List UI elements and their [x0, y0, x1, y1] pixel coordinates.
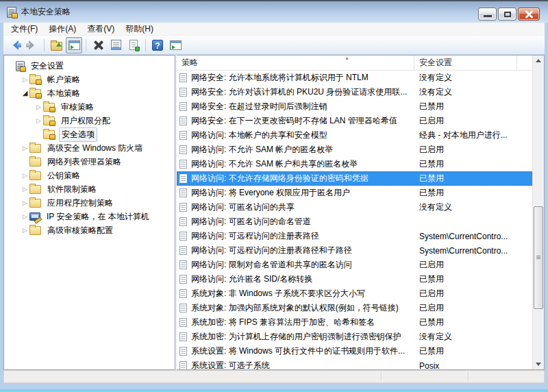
- policy-row[interactable]: 网络访问: 本地帐户的共享和安全模型 经典 - 对本地用户进行...: [177, 128, 532, 143]
- policy-row[interactable]: 网络访问: 不允许 SAM 帐户和共享的匿名枚举 已禁用: [177, 157, 532, 171]
- policy-row[interactable]: 系统对象: 非 Windows 子系统不要求区分大小写 已启用: [177, 286, 532, 301]
- policy-row[interactable]: 网络访问: 允许匿名 SID/名称转换 已禁用: [177, 272, 532, 286]
- policy-doc-icon: [179, 160, 187, 169]
- expand-collapse-icon[interactable]: ▷: [21, 223, 29, 237]
- menu-file[interactable]: 文件(F): [5, 23, 43, 36]
- scrollbar-thumb[interactable]: [534, 206, 543, 309]
- menu-action[interactable]: 操作(A): [43, 23, 82, 36]
- policy-row[interactable]: 系统设置: 将 Windows 可执行文件中的证书规则用于软件... 已禁用: [177, 344, 532, 358]
- policy-doc-icon: [179, 203, 187, 212]
- minimize-icon: [484, 15, 492, 17]
- policy-setting: 已启用: [414, 288, 517, 299]
- tree-item[interactable]: ◢ 本地策略: [4, 86, 175, 100]
- policy-row[interactable]: 网络访问: 可匿名访问的共享 没有定义: [177, 200, 532, 215]
- expand-collapse-icon[interactable]: ▷: [21, 73, 29, 86]
- policy-name: 网络访问: 可远程访问的注册表路径: [191, 230, 319, 242]
- policy-doc-icon: [179, 117, 187, 125]
- tree-item[interactable]: ▷ 公钥策略: [4, 169, 175, 182]
- expand-collapse-icon[interactable]: ▷: [21, 196, 29, 210]
- column-header-policy[interactable]: 策略 ▲: [177, 56, 414, 70]
- tree-item[interactable]: ▷ 软件限制策略: [4, 182, 175, 196]
- tree-item-label: 安全选项: [59, 127, 97, 142]
- expand-collapse-icon[interactable]: ▷: [34, 114, 43, 127]
- up-one-level-button[interactable]: [48, 37, 64, 53]
- policy-name: 网络访问: 允许匿名 SID/名称转换: [191, 273, 312, 285]
- toolbar: ?: [3, 36, 545, 55]
- tree-item[interactable]: ▷ 高级安全 Windows 防火墙: [4, 141, 175, 155]
- tree-item[interactable]: ▷ IP 安全策略，在 本地计算机: [4, 210, 175, 223]
- titlebar: 本地安全策略: [0, 1, 548, 23]
- tree-item-label: 高级安全 Windows 防火墙: [45, 142, 145, 155]
- policy-row[interactable]: 系统加密: 将 FIPS 兼容算法用于加密、哈希和签名 已禁用: [177, 315, 532, 330]
- tree-item[interactable]: 安全设置: [4, 59, 175, 73]
- tree-node-icon: [29, 75, 41, 84]
- restore-button[interactable]: [498, 8, 516, 21]
- tree-item-label: 帐户策略: [45, 73, 82, 86]
- policy-doc-icon: [179, 275, 187, 284]
- properties-button[interactable]: [108, 37, 124, 53]
- policy-row[interactable]: 系统对象: 加强内部系统对象的默认权限(例如，符号链接) 已启用: [177, 301, 532, 315]
- vertical-scrollbar[interactable]: [532, 56, 544, 369]
- tree-node-icon: [29, 185, 41, 194]
- policy-doc-icon: [179, 131, 187, 140]
- policy-row[interactable]: 网络访问: 可远程访问的注册表路径和子路径 System\CurrentCont…: [177, 243, 532, 258]
- policy-row[interactable]: 网络安全: 允许对该计算机的 PKU2U 身份验证请求使用联... 没有定义: [177, 85, 532, 99]
- tree-item[interactable]: ▷ 审核策略: [4, 100, 175, 114]
- policy-row[interactable]: 网络访问: 不允许存储网络身份验证的密码和凭据 已禁用: [177, 171, 532, 186]
- policy-doc-icon: [179, 318, 187, 327]
- statusbar-divider: [468, 372, 469, 381]
- expand-collapse-icon[interactable]: ◢: [21, 86, 29, 100]
- tree-node-icon: [43, 103, 55, 112]
- policy-row[interactable]: 网络安全: 允许本地系统将计算机标识用于 NTLM 没有定义: [177, 71, 532, 85]
- tree-item[interactable]: ▷ 帐户策略: [4, 73, 175, 86]
- policy-setting: 已禁用: [414, 187, 517, 199]
- tree-item[interactable]: ▷ 高级审核策略配置: [4, 223, 175, 237]
- policy-row[interactable]: 系统加密: 为计算机上存储的用户密钥强制进行强密钥保护 没有定义: [177, 330, 532, 344]
- delete-button[interactable]: [90, 37, 106, 53]
- policy-row[interactable]: 网络访问: 将 Everyone 权限应用于匿名用户 已禁用: [177, 186, 532, 200]
- expand-collapse-icon[interactable]: ▷: [21, 182, 29, 196]
- close-button[interactable]: [518, 8, 540, 21]
- local-security-policy-window: 本地安全策略 文件(F) 操作(A) 查看(V) 帮助(H) ? 安全设置 ▷: [0, 0, 548, 392]
- export-list-button[interactable]: [125, 37, 142, 53]
- expand-collapse-icon[interactable]: ▷: [21, 210, 29, 223]
- policy-doc-icon: [179, 145, 187, 154]
- minimize-button[interactable]: [478, 8, 497, 21]
- policy-row[interactable]: 网络访问: 可匿名访问的命名管道: [177, 215, 532, 229]
- tree-item[interactable]: ▷ 用户权限分配: [4, 114, 175, 127]
- menu-view[interactable]: 查看(V): [82, 23, 120, 36]
- policy-doc-icon: [179, 73, 187, 82]
- policy-doc-icon: [179, 332, 187, 341]
- tree-item[interactable]: 网络列表管理器策略: [4, 155, 175, 169]
- forward-button[interactable]: [24, 37, 40, 53]
- policy-row[interactable]: 网络安全: 在下一次更改密码时不存储 LAN 管理器哈希值 已启用: [177, 114, 532, 128]
- policy-row[interactable]: 网络访问: 可远程访问的注册表路径 System\CurrentContro..…: [177, 229, 532, 243]
- menubar: 文件(F) 操作(A) 查看(V) 帮助(H): [3, 23, 545, 36]
- policy-setting: 已禁用: [414, 101, 517, 112]
- expand-collapse-icon[interactable]: ▷: [21, 169, 29, 182]
- toolbar-separator: [86, 39, 86, 51]
- console-content: 安全设置 ▷ 帐户策略 ◢ 本地策略 ▷ 审核策略 ▷ 用户权限分配 安全选项 …: [3, 55, 545, 370]
- policy-name: 系统加密: 为计算机上存储的用户密钥强制进行强密钥保护: [191, 331, 401, 343]
- expand-collapse-icon[interactable]: ▷: [21, 141, 29, 155]
- tree-item[interactable]: ▷ 应用程序控制策略: [4, 196, 175, 210]
- back-button[interactable]: [6, 37, 23, 53]
- tree-node-icon: [29, 171, 41, 180]
- show-console-tree-button[interactable]: [66, 37, 82, 53]
- help-button[interactable]: ?: [149, 37, 166, 53]
- menu-help[interactable]: 帮助(H): [120, 23, 159, 36]
- policy-setting: 已启用: [414, 259, 517, 271]
- tree-item-label: 网络列表管理器策略: [45, 156, 123, 169]
- scroll-up-button[interactable]: [533, 56, 545, 67]
- policy-row[interactable]: 网络安全: 在超过登录时间后强制注销 已禁用: [177, 99, 532, 114]
- policy-row[interactable]: 网络访问: 限制对命名管道和共享的匿名访问 已启用: [177, 258, 532, 272]
- show-action-pane-button[interactable]: [167, 37, 184, 53]
- tree-item[interactable]: 安全选项: [4, 127, 175, 141]
- tree-node-icon: [43, 117, 55, 125]
- column-header-setting[interactable]: 安全设置: [414, 56, 517, 70]
- scroll-down-button[interactable]: [533, 358, 545, 369]
- expand-collapse-icon[interactable]: ▷: [34, 100, 43, 114]
- policy-row[interactable]: 系统设置: 可选子系统 Posix: [177, 358, 532, 369]
- policy-row[interactable]: 网络访问: 不允许 SAM 帐户的匿名枚举 已启用: [177, 143, 532, 157]
- policy-name: 网络访问: 不允许 SAM 帐户和共享的匿名枚举: [191, 158, 358, 170]
